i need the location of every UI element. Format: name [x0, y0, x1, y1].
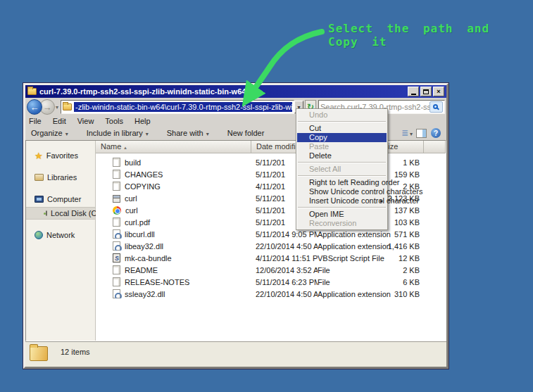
menu-separator: [298, 207, 386, 208]
back-button[interactable]: ←: [27, 99, 42, 115]
folder-icon: [27, 88, 37, 95]
maximize-icon: [423, 89, 429, 94]
sidebar-item-computer[interactable]: Computer: [26, 193, 95, 206]
details-pane: 12 items: [25, 341, 446, 367]
close-icon: ×: [437, 88, 440, 95]
history-dropdown-icon[interactable]: ▾: [56, 104, 58, 110]
submenu-arrow-icon: ▸: [380, 196, 383, 206]
file-row[interactable]: RELEASE-NOTES 5/11/2014 6:23 PM File 6 K…: [96, 276, 446, 288]
minimize-button[interactable]: [408, 87, 419, 96]
menu-view[interactable]: View: [77, 117, 94, 125]
change-view-button[interactable]: ≣▾: [401, 128, 412, 138]
search-button[interactable]: [429, 101, 443, 113]
menu-separator: [298, 162, 386, 163]
preview-pane-button[interactable]: [416, 129, 427, 138]
blank-page-icon: [113, 182, 120, 191]
item-count: 12 items: [61, 348, 90, 367]
window-title: curl-7.39.0-rtmp-ssh2-ssl-sspi-zlib-wini…: [39, 87, 408, 96]
application-icon: [113, 195, 120, 203]
sidebar-item-local-disk-c[interactable]: Local Disk (C:): [26, 207, 95, 220]
minimize-icon: [411, 94, 416, 95]
chevron-down-icon: ▾: [410, 131, 412, 137]
menu-item-copy[interactable]: Copy: [297, 133, 387, 142]
menu-separator: [298, 121, 386, 122]
menu-separator: [298, 175, 386, 177]
network-icon: [35, 231, 43, 239]
menu-item-insert-unicode-control[interactable]: Insert Unicode control character▸: [297, 196, 387, 206]
menu-tools[interactable]: Tools: [105, 117, 123, 125]
organize-button[interactable]: Organize▾: [31, 129, 68, 137]
disk-drive-icon: [46, 210, 47, 216]
blank-page-icon: [113, 277, 120, 286]
dll-icon: [113, 241, 120, 251]
address-selected-text: -zlib-winidn-static-bin-w64\curl-7.39.0-…: [74, 102, 292, 112]
computer-icon: [35, 196, 44, 203]
file-row[interactable]: build 5/11/201 1 KB: [96, 156, 446, 168]
dll-icon: [113, 289, 120, 298]
navigation-pane: ★ Favorites Libraries Computer Local Dis…: [26, 141, 96, 341]
column-header-blank: [424, 141, 446, 153]
folder-icon: [30, 346, 48, 361]
menu-item-cut[interactable]: Cut: [297, 124, 387, 133]
chevron-down-icon: ▾: [146, 131, 149, 137]
file-row[interactable]: libeay32.dll 22/10/2014 4:50 AM Applicat…: [96, 240, 446, 252]
sidebar-item-favorites[interactable]: ★ Favorites: [26, 149, 95, 162]
desktop: Select the path and Copy it curl-7.39.0-…: [0, 0, 533, 392]
search-icon: [433, 104, 438, 109]
vbscript-icon: [113, 253, 120, 263]
close-button[interactable]: ×: [433, 87, 444, 96]
menu-item-reconversion: Reconversion: [297, 219, 387, 228]
menu-item-select-all: Select All: [297, 165, 387, 174]
sidebar-item-network[interactable]: Network: [26, 229, 95, 241]
libraries-icon: [35, 174, 44, 181]
menu-file[interactable]: File: [29, 117, 42, 125]
help-button[interactable]: ?: [431, 128, 441, 138]
file-row[interactable]: ssleay32.dll 22/10/2014 4:50 AM Applicat…: [96, 288, 446, 300]
titlebar[interactable]: curl-7.39.0-rtmp-ssh2-ssl-sspi-zlib-wini…: [25, 85, 446, 98]
menu-item-open-ime[interactable]: Open IME: [297, 210, 387, 219]
file-row[interactable]: README 12/06/2014 3:52 AM File 2 KB: [96, 264, 446, 276]
menu-item-show-unicode-control[interactable]: Show Unicode control characters: [297, 187, 387, 196]
menu-item-undo: Undo: [297, 110, 387, 120]
chevron-down-icon: ▾: [206, 131, 209, 137]
file-row[interactable]: curl.pdf 5/11/201 103 KB: [96, 216, 446, 228]
menu-item-paste: Paste: [297, 142, 387, 151]
column-header-name[interactable]: Name▴: [96, 141, 251, 153]
menu-edit[interactable]: Edit: [53, 117, 66, 125]
views-icon: ≣: [401, 128, 408, 138]
menu-item-delete[interactable]: Delete: [297, 151, 387, 160]
file-row[interactable]: mk-ca-bundle 4/11/2014 11:51 PM VBScript…: [96, 252, 446, 264]
sort-ascending-icon: ▴: [124, 145, 127, 150]
annotation-text: Select the path and Copy it: [328, 22, 533, 49]
column-headers: Name▴ Date modified Type Size: [96, 141, 446, 153]
folder-icon: [63, 103, 72, 110]
star-icon: ★: [35, 151, 43, 161]
share-with-button[interactable]: Share with▾: [167, 129, 209, 137]
maximize-button[interactable]: [420, 87, 432, 96]
blank-page-icon: [113, 158, 120, 167]
include-in-library-button[interactable]: Include in library▾: [87, 129, 149, 137]
blank-page-icon: [113, 170, 120, 179]
menu-help[interactable]: Help: [134, 117, 151, 125]
blank-page-icon: [113, 217, 120, 227]
address-bar[interactable]: -zlib-winidn-static-bin-w64\curl-7.39.0-…: [61, 100, 294, 114]
blank-page-icon: [113, 265, 120, 274]
file-row[interactable]: libcurl.dll 5/11/2014 9:05 PM Applicatio…: [96, 228, 446, 240]
context-menu: Undo Cut Copy Paste Delete Select All Ri…: [296, 108, 388, 230]
file-list: Name▴ Date modified Type Size build 5/11…: [96, 141, 446, 341]
new-folder-button[interactable]: New folder: [227, 129, 265, 137]
chrome-html-icon: [113, 206, 121, 215]
chevron-down-icon: ▾: [65, 131, 68, 137]
menu-item-rtl-reading-order[interactable]: Right to left Reading order: [297, 178, 387, 187]
file-row[interactable]: curl 5/11/201 137 KB: [96, 204, 446, 216]
sidebar-item-libraries[interactable]: Libraries: [26, 171, 95, 184]
dll-icon: [113, 229, 120, 239]
